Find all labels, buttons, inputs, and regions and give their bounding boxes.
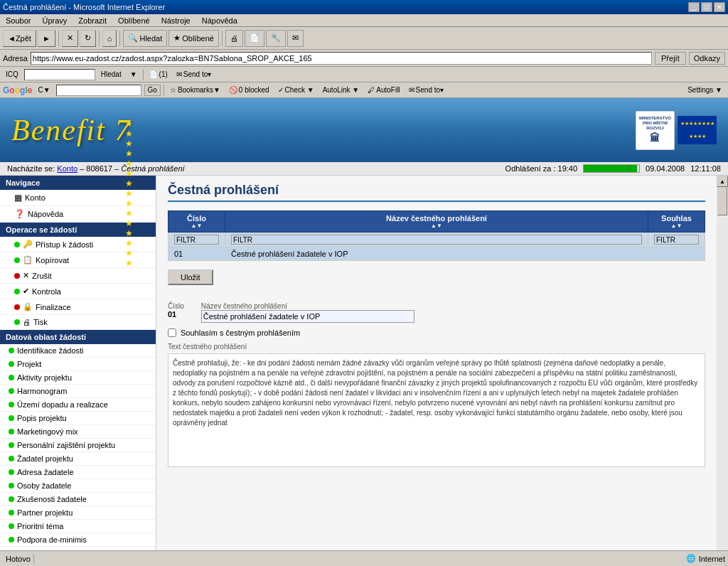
- detail-cislo-field: Číslo 01: [168, 302, 184, 323]
- eu-flag: ★★★★★ ★★★★★ ★★: [678, 116, 717, 144]
- menu-oblibene[interactable]: Oblíbené: [115, 16, 153, 25]
- check-icon: ✔: [23, 287, 29, 296]
- forward-button[interactable]: ►: [38, 30, 55, 47]
- sidebar-item-osoby[interactable]: Osoby žadatele: [0, 479, 156, 493]
- sidebar-item-finalizace[interactable]: 🔒 Finalizace: [0, 299, 156, 315]
- refresh-button[interactable]: ↻: [80, 30, 96, 47]
- breadcrumb: Nacházíte se: Konto – 808617 – Čestná pr…: [7, 164, 185, 173]
- maximize-button[interactable]: □: [701, 2, 712, 12]
- green-dot: [9, 442, 14, 448]
- star-g-icon: ☆: [170, 86, 176, 94]
- sidebar-item-personal[interactable]: Personální zajištění projektu: [0, 439, 156, 452]
- page-count: 📄 (1): [146, 70, 171, 79]
- sidebar-item-prioritni[interactable]: Prioritní téma: [0, 520, 156, 533]
- text-section-label: Text čestného prohlášení: [168, 343, 705, 351]
- grid-icon: ▦: [14, 193, 22, 203]
- menu-soubor[interactable]: Soubor: [3, 16, 33, 25]
- favorites-button[interactable]: ★ Oblíbené: [168, 30, 219, 47]
- menu-napoveda[interactable]: Nápověda: [199, 16, 240, 25]
- star-icon: ★: [173, 33, 181, 43]
- scroll-thumb[interactable]: [717, 187, 727, 215]
- benefit-stars: ★ ★ ★ ★ ★★ ★ ★ ★ ★★ ★ ★ ★ ★: [125, 119, 133, 268]
- filter-cislo[interactable]: [174, 235, 219, 245]
- bookmarks-button[interactable]: ☆ Bookmarks▼: [167, 85, 223, 95]
- print-icon: 🖨: [23, 318, 31, 326]
- col-cislo-header: Číslo ▲▼: [168, 211, 225, 233]
- search-t2-btn[interactable]: ▼: [127, 70, 140, 79]
- sidebar-item-zadatel-projektu[interactable]: Žadatel projektu: [0, 452, 156, 466]
- green-dot: [9, 348, 14, 353]
- sidebar-item-aktivity[interactable]: Aktivity projektu: [0, 371, 156, 385]
- stop-button[interactable]: ✕: [62, 30, 78, 47]
- scroll-up-button[interactable]: ▲: [717, 176, 728, 187]
- close-button[interactable]: ✕: [714, 2, 725, 12]
- go-button[interactable]: Přejít: [655, 52, 686, 65]
- page-wrapper: Benefit 7 ★ ★ ★ ★ ★★ ★ ★ ★ ★★ ★ ★ ★ ★ MI…: [0, 98, 728, 566]
- mail-toolbar-button[interactable]: ✉: [287, 30, 304, 47]
- toolbar-sep-3: [119, 31, 120, 46]
- detail-nazev-input[interactable]: [201, 310, 414, 323]
- sidebar-item-projekt[interactable]: Projekt: [0, 358, 156, 371]
- main-layout: Navigace ▦ Konto ❓ Nápověda Operace se ž…: [0, 176, 728, 566]
- green-dot: [14, 242, 20, 247]
- autofill-icon: 🖊: [368, 86, 375, 94]
- sidebar-item-tisk[interactable]: 🖨 Tisk: [0, 315, 156, 330]
- autolink-button[interactable]: AutoLink ▼: [320, 85, 363, 95]
- send-g-button[interactable]: ✉ Send to▾: [406, 85, 446, 95]
- sidebar-item-partner[interactable]: Partner projektu: [0, 506, 156, 520]
- save-button[interactable]: Uložit: [168, 269, 213, 285]
- sidebar-item-zrusit[interactable]: ✕ Zrušit: [0, 268, 156, 284]
- back-button[interactable]: ◄ Zpět: [3, 30, 36, 47]
- search-button[interactable]: 🔍 Hledat: [123, 30, 167, 47]
- red-dot: [14, 304, 20, 310]
- green-dot: [9, 388, 14, 394]
- sidebar-item-identifikace[interactable]: Identifikace žádosti: [0, 344, 156, 358]
- sidebar-item-harmonogram[interactable]: Harmonogram: [0, 385, 156, 398]
- sort-cislo[interactable]: ▲▼: [174, 223, 219, 229]
- sidebar-item-adresa[interactable]: Adresa žadatele: [0, 466, 156, 479]
- detail-cislo-label: Číslo: [168, 302, 184, 310]
- sidebar-item-popis[interactable]: Popis projektu: [0, 412, 156, 425]
- links-button[interactable]: Odkazy: [689, 52, 725, 65]
- filter-souhlas[interactable]: [654, 235, 699, 245]
- menu-upravy[interactable]: Úpravy: [39, 16, 70, 25]
- sidebar-item-zkusenosti[interactable]: Zkušenosti žadatele: [0, 493, 156, 506]
- green-dot: [9, 402, 14, 407]
- sidebar-item-kontrola[interactable]: ✔ Kontrola: [0, 284, 156, 299]
- scroll-track[interactable]: [717, 187, 728, 566]
- cancel-icon: ✕: [23, 271, 29, 280]
- cell-cislo: 01: [168, 247, 225, 261]
- konto-link[interactable]: Konto: [57, 164, 77, 173]
- send-g-icon: ✉: [409, 86, 414, 94]
- filter-nazev[interactable]: [231, 235, 642, 245]
- blocked-button[interactable]: 🚫 0 blocked: [226, 85, 272, 95]
- home-button[interactable]: ⌂: [102, 30, 117, 47]
- google-search-input[interactable]: [56, 85, 141, 96]
- sort-nazev[interactable]: ▲▼: [231, 223, 642, 229]
- sidebar-item-marketing[interactable]: Marketingový mix: [0, 425, 156, 439]
- tools-toolbar-button[interactable]: 🔧: [266, 30, 286, 47]
- text-content[interactable]: Čestně prohlašuji, že: - ke dni podání ž…: [168, 353, 705, 467]
- t2-send-btn[interactable]: ✉ Send to▾: [173, 70, 214, 79]
- logo-area: Benefit 7 ★ ★ ★ ★ ★★ ★ ★ ★ ★★ ★ ★ ★ ★: [11, 113, 131, 147]
- check-button[interactable]: ✓ Check ▼: [275, 85, 317, 95]
- souhlas-checkbox[interactable]: [168, 329, 176, 337]
- google-logo: Google: [3, 85, 32, 95]
- google-go-button[interactable]: Go: [144, 85, 161, 96]
- green-dot: [14, 319, 20, 325]
- icq-input[interactable]: [24, 69, 95, 80]
- table-row[interactable]: 01 Čestné prohlášení žadatele v IOP: [168, 247, 705, 261]
- menu-nastroje[interactable]: Nástroje: [159, 16, 193, 25]
- settings-button[interactable]: Settings ▼: [685, 85, 725, 95]
- address-input[interactable]: [31, 52, 652, 65]
- autofill-button[interactable]: 🖊 AutoFill: [365, 85, 402, 95]
- icq-item[interactable]: ICQ: [3, 70, 21, 79]
- minimize-button[interactable]: _: [688, 2, 700, 12]
- page-toolbar-button[interactable]: 📄: [245, 30, 264, 47]
- detail-nazev-label: Název čestného prohlášení: [201, 302, 414, 310]
- sidebar-item-uzemi[interactable]: Území dopadu a realizace: [0, 398, 156, 412]
- sidebar-item-podpora-de[interactable]: Podpora de-minimis: [0, 533, 156, 547]
- print-toolbar-button[interactable]: 🖨: [225, 30, 243, 47]
- menu-zobrazit[interactable]: Zobrazit: [75, 16, 109, 25]
- sort-souhlas[interactable]: ▲▼: [654, 223, 699, 229]
